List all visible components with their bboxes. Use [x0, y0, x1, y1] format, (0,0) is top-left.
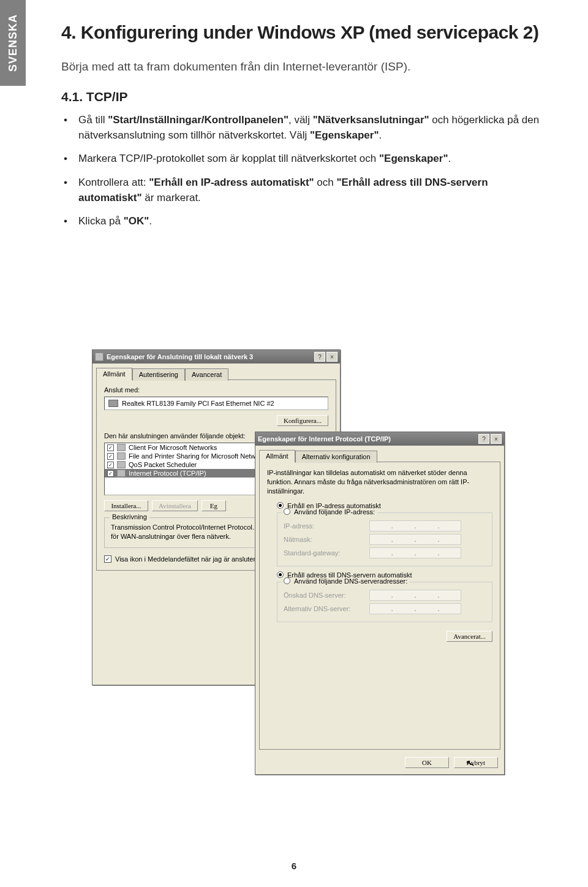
description-legend: Beskrivning [110, 513, 149, 520]
tab-strip: Allmänt Autentisering Avancerat [92, 364, 340, 379]
tab-alt-config[interactable]: Alternativ konfiguration [295, 451, 377, 463]
radio-icon [284, 508, 290, 515]
tab-strip: Allmänt Alternativ konfiguration [255, 446, 504, 462]
radio-icon [284, 577, 290, 584]
checkbox-label: Visa ikon i Meddelandefältet när jag är … [115, 555, 257, 563]
ok-button[interactable]: OK [405, 757, 449, 768]
window-title: Egenskaper för Internet Protocol (TCP/IP… [258, 435, 477, 443]
adapter-field: Realtek RTL8139 Family PCI Fast Ethernet… [104, 397, 328, 410]
titlebar[interactable]: Egenskaper för Internet Protocol (TCP/IP… [255, 432, 504, 446]
document-body: 4. Konfigurering under Windows XP (med s… [61, 22, 545, 238]
window-icon [95, 352, 104, 361]
radio-manual-ip[interactable]: Använd följande IP-adress: [284, 508, 375, 516]
list-item: Kontrollera att: "Erhåll en IP-adress au… [78, 175, 545, 205]
instruction-list: Gå till "Start/Inställningar/Kontrollpan… [61, 113, 545, 229]
tab-general[interactable]: Allmänt [259, 450, 295, 462]
manual-dns-group: Använd följande DNS-serveradresser: Önsk… [277, 582, 492, 622]
ip-address-field: IP-adress:... [284, 520, 486, 531]
properties-button[interactable]: Eg [202, 500, 226, 511]
list-item: Klicka på "OK". [78, 214, 545, 229]
adapter-name: Realtek RTL8139 Family PCI Fast Ethernet… [122, 400, 274, 407]
list-item: Gå till "Start/Inställningar/Kontrollpan… [78, 113, 545, 143]
help-button[interactable]: ? [314, 352, 325, 362]
window-title: Egenskaper för Anslutning till lokalt nä… [107, 353, 313, 360]
nic-icon [108, 400, 118, 407]
intro-text: Börja med att ta fram dokumenten från di… [61, 60, 545, 74]
alternate-dns-field: Alternativ DNS-server:... [284, 603, 486, 614]
titlebar[interactable]: Egenskaper för Anslutning till lokalt nä… [92, 350, 340, 364]
gateway-field: Standard-gateway:... [284, 547, 486, 558]
subsection-heading: 4.1. TCP/IP [61, 89, 545, 104]
install-button[interactable]: Installera... [104, 500, 148, 511]
checkbox-icon: ✓ [104, 555, 111, 563]
netmask-field: Nätmask:... [284, 534, 486, 545]
tab-content: IP-inställningar kan tilldelas automatis… [259, 462, 500, 750]
tab-general[interactable]: Allmänt [96, 368, 132, 380]
tab-authentication[interactable]: Autentisering [132, 368, 185, 381]
screenshot-area: Egenskaper för Anslutning till lokalt nä… [92, 349, 582, 803]
uninstall-button: Avinstallera [152, 500, 198, 511]
tcpip-properties-dialog: Egenskaper för Internet Protocol (TCP/IP… [255, 432, 505, 775]
configure-button[interactable]: Konfigurera... [277, 415, 328, 426]
service-icon [117, 444, 126, 451]
protocol-icon [117, 470, 126, 477]
close-button[interactable]: × [491, 434, 502, 444]
info-paragraph: IP-inställningar kan tilldelas automatis… [267, 468, 492, 496]
radio-manual-dns[interactable]: Använd följande DNS-serveradresser: [284, 577, 407, 585]
connect-label: Anslut med: [104, 386, 328, 394]
language-tab: SVENSKA [0, 0, 26, 86]
cancel-button[interactable]: Avbryt [454, 757, 498, 768]
service-icon [117, 452, 126, 460]
manual-ip-group: Använd följande IP-adress: IP-adress:...… [277, 512, 492, 566]
close-button[interactable]: × [326, 352, 337, 362]
preferred-dns-field: Önskad DNS-server:... [284, 590, 486, 601]
tab-advanced[interactable]: Avancerat [185, 368, 228, 381]
help-button[interactable]: ? [478, 434, 489, 444]
section-heading: 4. Konfigurering under Windows XP (med s… [61, 22, 545, 49]
service-icon [117, 461, 126, 468]
advanced-button[interactable]: Avancerat... [447, 631, 492, 642]
page-number: 6 [0, 861, 588, 871]
list-item: Markera TCP/IP-protokollet som är koppla… [78, 151, 545, 167]
